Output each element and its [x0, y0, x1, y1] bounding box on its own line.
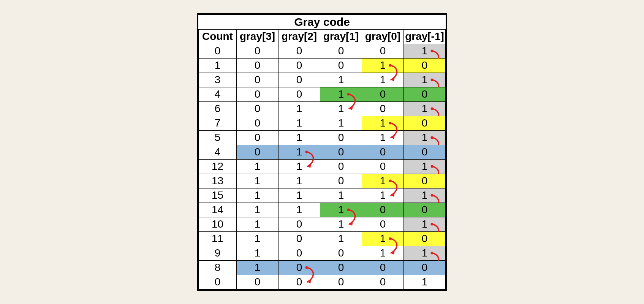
svg-point-22 [347, 208, 350, 211]
cell: 1 [320, 73, 362, 87]
cell: 0 [199, 275, 237, 289]
cell: 1 [404, 217, 446, 231]
cell: 0 [237, 130, 278, 145]
cell: 10 [199, 217, 237, 231]
table-row: 1511111 [199, 188, 446, 203]
svg-point-30 [305, 266, 308, 269]
cell: 0 [362, 217, 404, 231]
cell: 0 [199, 44, 237, 58]
table-row: 601101 [199, 101, 446, 116]
cell: 1 [278, 174, 320, 188]
cell: 1 [278, 203, 320, 217]
cell: 0 [278, 58, 320, 73]
cell: 1 [237, 246, 278, 260]
cell: 4 [199, 145, 237, 159]
table-row: 400100 [199, 87, 446, 101]
cell: 13 [199, 174, 237, 188]
cell: 0 [320, 246, 362, 260]
cell: 0 [320, 44, 362, 58]
cell: 1 [404, 159, 446, 174]
cell: 0 [362, 44, 404, 58]
cell: 0 [404, 145, 446, 159]
cell: 1 [237, 159, 278, 174]
cell: 0 [320, 260, 362, 275]
svg-point-16 [431, 165, 434, 168]
cell: 1 [237, 203, 278, 217]
cell: 11 [199, 231, 237, 246]
cell: 1 [404, 130, 446, 145]
cell: 0 [320, 58, 362, 73]
gray-code-table: Gray code Countgray[3]gray[2]gray[1]gray… [198, 15, 446, 290]
cell: 6 [199, 101, 237, 116]
page: Gray code Countgray[3]gray[2]gray[1]gray… [0, 0, 644, 304]
cell: 1 [362, 188, 404, 203]
cell: 0 [278, 87, 320, 101]
cell: 0 [278, 260, 320, 275]
cell: 0 [404, 58, 446, 73]
table-row: 000001 [199, 44, 446, 58]
cell: 1 [320, 116, 362, 130]
svg-point-0 [431, 49, 434, 52]
cell: 1 [404, 246, 446, 260]
cell: 0 [278, 246, 320, 260]
cell: 1 [404, 44, 446, 58]
cell: 1 [404, 101, 446, 116]
cell: 0 [320, 145, 362, 159]
cell: 0 [362, 101, 404, 116]
cell: 1 [237, 174, 278, 188]
cell: 4 [199, 87, 237, 101]
cell: 0 [237, 145, 278, 159]
cell: 15 [199, 188, 237, 203]
cell: 0 [362, 260, 404, 275]
svg-point-18 [389, 179, 392, 182]
cell: 0 [278, 73, 320, 87]
cell: 12 [199, 159, 237, 174]
cell: 0 [237, 58, 278, 73]
cell: 1 [404, 73, 446, 87]
svg-point-10 [389, 122, 392, 124]
cell: 1 [320, 188, 362, 203]
cell: 1 [404, 275, 446, 289]
cell: 0 [237, 87, 278, 101]
cell: 0 [237, 101, 278, 116]
cell: 0 [362, 275, 404, 289]
cell: 1 [362, 116, 404, 130]
cell: 9 [199, 246, 237, 260]
cell: 7 [199, 116, 237, 130]
cell: 1 [362, 231, 404, 246]
cell: 1 [362, 58, 404, 73]
cell: 1 [278, 159, 320, 174]
svg-point-4 [431, 78, 434, 81]
gray-code-table-card: Gray code Countgray[3]gray[2]gray[1]gray… [197, 13, 447, 291]
svg-point-20 [431, 194, 434, 196]
svg-point-12 [431, 136, 434, 139]
col-header: gray[-1] [404, 29, 446, 44]
cell: 1 [237, 231, 278, 246]
cell: 1 [237, 217, 278, 231]
cell: 0 [278, 275, 320, 289]
cell: 0 [404, 116, 446, 130]
cell: 0 [278, 217, 320, 231]
table-row: 300111 [199, 73, 446, 87]
cell: 0 [237, 275, 278, 289]
cell: 0 [362, 87, 404, 101]
cell: 1 [278, 130, 320, 145]
table-row: 100010 [199, 58, 446, 73]
table-row: 1211001 [199, 159, 446, 174]
cell: 3 [199, 73, 237, 87]
cell: 1 [199, 58, 237, 73]
cell: 1 [362, 174, 404, 188]
cell: 1 [362, 130, 404, 145]
svg-point-28 [431, 252, 434, 254]
cell: 0 [404, 231, 446, 246]
col-header: gray[1] [320, 29, 362, 44]
cell: 0 [237, 116, 278, 130]
cell: 0 [320, 174, 362, 188]
table-row: 401000 [199, 145, 446, 159]
cell: 0 [404, 87, 446, 101]
cell: 14 [199, 203, 237, 217]
cell: 1 [320, 87, 362, 101]
cell: 0 [404, 260, 446, 275]
table-row: 000001 [199, 275, 446, 289]
cell: 0 [404, 203, 446, 217]
